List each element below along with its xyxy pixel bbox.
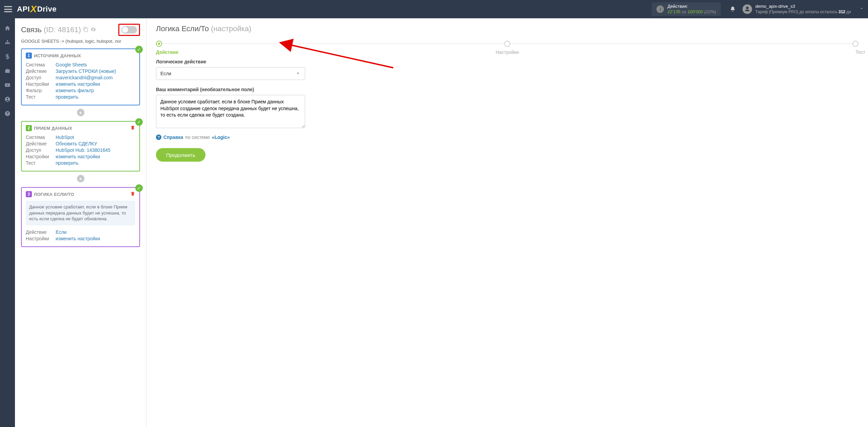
row-label: Доступ (26, 75, 52, 80)
row-value-link[interactable]: Google Sheets (56, 62, 87, 67)
row-label: Система (26, 135, 52, 140)
row-value-link[interactable]: Если (56, 229, 66, 235)
help-link[interactable]: ? Справка по системе «Logic» (156, 135, 305, 140)
card-row: ДействиеОбновить СДЕЛКУ (26, 141, 135, 146)
card-row: Тестпроверить (26, 160, 135, 166)
source-card-title: ИСТОЧНИК ДАННЫХ (34, 53, 81, 58)
username: demo_apix-drive_s3 (755, 4, 851, 9)
row-label: Настройки (26, 81, 52, 87)
row-label: Действие (26, 229, 52, 235)
brand-x-icon: X (30, 4, 37, 15)
connection-id: (ID: 48161) (44, 25, 81, 34)
add-step-button[interactable]: + (77, 109, 84, 116)
main-content: Логика Если/То (настройка) Действие Наст… (146, 18, 868, 427)
nav-help-icon[interactable] (0, 106, 15, 121)
nav-home-icon[interactable] (0, 21, 15, 35)
actions-label: Действия: (667, 4, 716, 9)
row-value-link[interactable]: изменить настройки (56, 154, 100, 159)
top-header: APIXDrive i Действия: 22'135 из 100'000 … (0, 0, 868, 18)
check-badge-icon: ✓ (135, 46, 143, 53)
connection-side-panel: Связь (ID: 48161) GOOGLE SHEETS -> (hubs… (15, 18, 146, 427)
check-badge-icon: ✓ (135, 184, 143, 192)
row-value-link[interactable]: Загрузить СТРОКИ (новые) (56, 68, 116, 74)
add-step-button[interactable]: + (77, 175, 84, 182)
trash-icon[interactable] (130, 191, 135, 197)
connection-subtitle: GOOGLE SHEETS -> (hubspot, logic, hubspo… (21, 39, 140, 44)
card-row: Тестпроверить (26, 94, 135, 100)
comment-textarea[interactable] (156, 95, 305, 128)
user-avatar-icon (743, 4, 752, 14)
card-row: Настройкиизменить настройки (26, 81, 135, 87)
enable-toggle-highlight (118, 24, 140, 36)
svg-rect-2 (7, 43, 8, 44)
actions-total: 100'000 (688, 9, 703, 14)
destination-card: ✓ 2ПРИЕМ ДАННЫХ СистемаHubSpotДействиеОб… (21, 121, 140, 171)
card-row: ДоступHubSpot Hub: 143801645 (26, 147, 135, 153)
row-value-link[interactable]: изменить настройки (56, 81, 100, 87)
svg-point-6 (6, 98, 8, 100)
card-row: СистемаGoogle Sheets (26, 62, 135, 67)
help-icon: ? (156, 135, 161, 140)
row-value-link[interactable]: Обновить СДЕЛКУ (56, 141, 97, 146)
selected-value: Если (160, 71, 171, 76)
row-value-link[interactable]: HubSpot (56, 135, 74, 140)
progress-stepper: Действие Настройки Тест (156, 41, 859, 47)
card-row: ДействиеЗагрузить СТРОКИ (новые) (26, 68, 135, 74)
nav-billing-icon[interactable] (0, 49, 15, 64)
card-number: 2 (26, 125, 32, 131)
row-label: Система (26, 62, 52, 67)
enable-toggle[interactable] (121, 26, 137, 34)
step-action[interactable]: Действие (156, 41, 162, 47)
card-row: Настройкиизменить настройки (26, 236, 135, 241)
menu-icon[interactable] (4, 6, 12, 12)
card-row: СистемаHubSpot (26, 135, 135, 140)
logic-action-select[interactable]: Если (156, 67, 305, 80)
row-label: Доступ (26, 147, 52, 153)
row-value-link[interactable]: maverickandrii@gmail.com (56, 75, 113, 80)
user-menu[interactable]: demo_apix-drive_s3 Тариф |Премиум PRO| д… (743, 4, 864, 15)
check-badge-icon: ✓ (135, 118, 143, 126)
logic-card-title: ЛОГИКА ЕСЛИ/ТО (34, 192, 74, 197)
logic-action-label: Логическое действие (156, 59, 305, 64)
row-value-link[interactable]: изменить фильтр (56, 88, 94, 93)
brand-drive: Drive (37, 5, 57, 14)
bell-icon[interactable] (728, 4, 738, 14)
actions-counter[interactable]: i Действия: 22'135 из 100'000 (22%) (652, 2, 721, 16)
source-card: ✓ 1ИСТОЧНИК ДАННЫХ СистемаGoogle SheetsД… (21, 48, 140, 105)
copy-icon[interactable] (83, 27, 88, 33)
card-row: ДействиеЕсли (26, 229, 135, 235)
card-number: 3 (26, 191, 32, 197)
row-label: Действие (26, 141, 52, 146)
svg-rect-3 (8, 43, 9, 44)
row-label: Тест (26, 94, 52, 100)
continue-button[interactable]: Продолжить (156, 148, 205, 162)
nav-account-icon[interactable] (0, 92, 15, 106)
row-label: Фильтр (26, 88, 52, 93)
row-value-link[interactable]: изменить настройки (56, 236, 100, 241)
page-title: Логика Если/То (настройка) (156, 24, 859, 33)
tariff-info: Тариф |Премиум PRO| до оплаты осталось 3… (755, 9, 851, 15)
card-row: Настройкиизменить настройки (26, 154, 135, 159)
logic-comment: Данное условие сработает, если в блоке П… (26, 201, 135, 225)
logic-card: ✓ 3ЛОГИКА ЕСЛИ/ТО Данное условие сработа… (21, 187, 140, 247)
step-settings[interactable]: Настройки (504, 41, 510, 47)
nav-briefcase-icon[interactable] (0, 64, 15, 78)
chevron-down-icon (859, 6, 864, 12)
card-row: Фильтризменить фильтр (26, 88, 135, 93)
row-value-link[interactable]: проверить (56, 160, 79, 166)
gear-icon[interactable] (91, 27, 96, 33)
nav-connections-icon[interactable] (0, 35, 15, 49)
card-row: Доступmaverickandrii@gmail.com (26, 75, 135, 80)
row-label: Настройки (26, 236, 52, 241)
svg-rect-0 (7, 40, 8, 41)
trash-icon[interactable] (130, 125, 135, 131)
comment-label: Ваш комментарий (необязательное поле) (156, 87, 305, 92)
info-icon: i (656, 5, 664, 13)
row-value-link[interactable]: проверить (56, 94, 79, 100)
brand-logo[interactable]: APIXDrive (17, 4, 57, 15)
nav-video-icon[interactable] (0, 78, 15, 92)
svg-rect-1 (5, 43, 6, 44)
row-value-link[interactable]: HubSpot Hub: 143801645 (56, 147, 111, 153)
card-number: 1 (26, 53, 32, 59)
step-test[interactable]: Тест (852, 41, 859, 47)
